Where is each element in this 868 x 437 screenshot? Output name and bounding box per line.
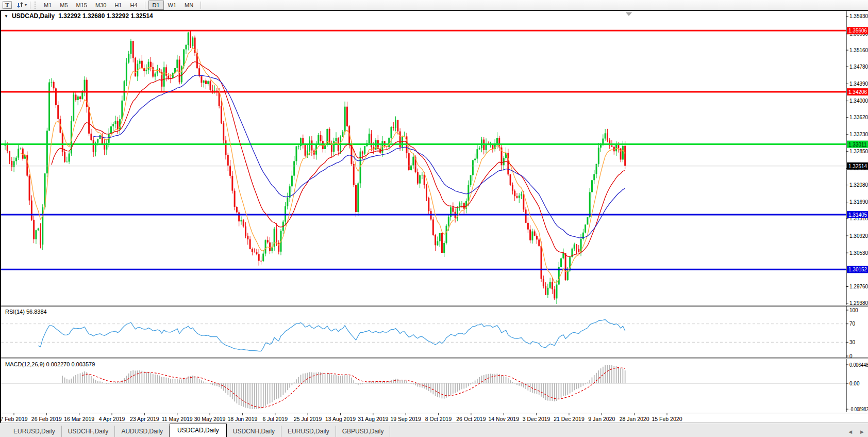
svg-text:1.33011: 1.33011: [848, 142, 867, 148]
tab-label: USDCNH,Daily: [233, 428, 275, 435]
svg-text:25 Jul 2019: 25 Jul 2019: [294, 416, 322, 422]
timeframe-m30[interactable]: M30: [91, 1, 110, 10]
svg-text:1.34206: 1.34206: [848, 89, 867, 95]
toolbar-drag-handle[interactable]: [35, 2, 38, 9]
toolbar-separator: [30, 2, 30, 9]
rsi-pane-canvas[interactable]: 10070300: [1, 306, 868, 358]
chevron-down-icon[interactable]: ▾: [25, 3, 27, 7]
svg-text:1.32850: 1.32850: [849, 149, 868, 154]
svg-text:18 Jun 2019: 18 Jun 2019: [228, 416, 258, 422]
svg-text:16 Mar 2019: 16 Mar 2019: [64, 416, 94, 422]
tab-gbpusd[interactable]: GBPUSD,Daily: [336, 426, 391, 437]
tab-audusd[interactable]: AUDUSD,Daily: [115, 426, 170, 437]
svg-text:7 Feb 2019: 7 Feb 2019: [1, 416, 28, 422]
moving-averages: [21, 48, 625, 283]
svg-text:21 Dec 2019: 21 Dec 2019: [554, 416, 585, 422]
svg-text:6 Jul 2019: 6 Jul 2019: [263, 416, 288, 422]
svg-text:1.35930: 1.35930: [849, 13, 868, 19]
arrange-tool-button[interactable]: ▾: [16, 2, 27, 8]
tab-usdcad[interactable]: USDCAD,Daily: [170, 424, 227, 437]
svg-text:1.34390: 1.34390: [849, 81, 868, 87]
tab-label: EURUSD,Daily: [13, 428, 55, 435]
main-chart-canvas[interactable]: 1.359301.355301.351601.347801.343901.340…: [1, 11, 868, 305]
timeframe-mn[interactable]: MN: [180, 1, 197, 10]
macd-histogram: [62, 365, 625, 409]
svg-text:1.32080: 1.32080: [849, 182, 868, 188]
tab-eurusd-2[interactable]: EURUSD,Daily: [281, 426, 336, 437]
svg-text:1.30152: 1.30152: [848, 267, 867, 272]
timeframe-m15[interactable]: M15: [72, 1, 91, 10]
svg-text:0.00: 0.00: [849, 381, 860, 386]
svg-text:1.34000: 1.34000: [849, 98, 868, 104]
svg-text:1.35160: 1.35160: [849, 47, 868, 53]
svg-text:0: 0: [849, 353, 853, 358]
svg-text:0.006448: 0.006448: [849, 362, 868, 368]
timeframe-h1[interactable]: H1: [110, 1, 126, 10]
tab-usdchf[interactable]: USDCHF,Daily: [62, 426, 115, 437]
tab-label: USDCHF,Daily: [68, 428, 109, 435]
svg-text:3 Dec 2019: 3 Dec 2019: [523, 416, 550, 422]
text-tool-button[interactable]: T: [3, 1, 12, 9]
svg-text:1.31690: 1.31690: [849, 199, 868, 205]
toolbar: T ▾ M1 M5 M15 M30 H1 H4 D1 W1 MN: [0, 0, 868, 10]
tab-scroll-right-icon[interactable]: ▶: [856, 426, 868, 437]
tab-label: USDCAD,Daily: [177, 427, 219, 434]
toolbar-separator: [145, 2, 145, 9]
svg-text:13 Aug 2019: 13 Aug 2019: [325, 416, 356, 422]
svg-text:-0.008982: -0.008982: [849, 407, 868, 412]
symbol-dropdown-icon[interactable]: ▼: [4, 14, 8, 19]
horizontal-level-lines: [1, 30, 846, 269]
svg-text:26 Feb 2019: 26 Feb 2019: [31, 416, 62, 422]
svg-text:1.35606: 1.35606: [848, 28, 867, 34]
price-axis-ticks: 1.359301.355301.351601.347801.343901.340…: [846, 13, 868, 305]
tab-label: EURUSD,Daily: [288, 428, 329, 435]
svg-text:1.33620: 1.33620: [849, 115, 868, 120]
arrange-windows-icon: [16, 2, 24, 8]
svg-text:1.32514: 1.32514: [848, 164, 867, 169]
timeframe-m5[interactable]: M5: [56, 1, 72, 10]
tab-label: GBPUSD,Daily: [342, 428, 384, 435]
time-axis[interactable]: 7 Feb 201926 Feb 201916 Mar 20194 Apr 20…: [1, 413, 868, 423]
svg-text:1.33230: 1.33230: [849, 132, 868, 137]
svg-text:11 May 2019: 11 May 2019: [162, 416, 193, 422]
tab-label: AUDUSD,Daily: [121, 428, 163, 435]
svg-text:1.30920: 1.30920: [849, 233, 868, 239]
svg-text:30 May 2019: 30 May 2019: [194, 416, 226, 422]
tab-scroll-left-icon[interactable]: ◀: [844, 426, 856, 437]
svg-text:1.30530: 1.30530: [849, 250, 868, 256]
svg-text:15 Feb 2020: 15 Feb 2020: [652, 416, 682, 422]
svg-text:1.29760: 1.29760: [849, 284, 868, 289]
timeframe-w1[interactable]: W1: [164, 1, 181, 10]
svg-text:1.34780: 1.34780: [849, 64, 868, 70]
svg-text:70: 70: [849, 321, 856, 327]
timeframe-m1[interactable]: M1: [40, 1, 56, 10]
macd-pane-canvas[interactable]: 0.0064480.00-0.008982: [1, 359, 868, 412]
rsi-line: [38, 320, 625, 351]
svg-text:28 Jan 2020: 28 Jan 2020: [620, 416, 649, 422]
svg-text:1.31405: 1.31405: [848, 212, 867, 218]
toolbar-separator: [201, 2, 201, 9]
tab-usdcnh[interactable]: USDCNH,Daily: [227, 426, 281, 437]
svg-text:19 Sep 2019: 19 Sep 2019: [390, 416, 421, 422]
svg-text:1.29380: 1.29380: [849, 300, 868, 305]
svg-text:30: 30: [849, 339, 856, 345]
chart-shift-marker: [626, 12, 632, 16]
svg-text:9 Jan 2020: 9 Jan 2020: [588, 416, 615, 422]
svg-text:26 Oct 2019: 26 Oct 2019: [456, 416, 486, 422]
svg-text:8 Oct 2019: 8 Oct 2019: [425, 416, 452, 422]
svg-text:23 Apr 2019: 23 Apr 2019: [130, 416, 159, 422]
chart-window: 1.359301.355301.351601.347801.343901.340…: [0, 10, 868, 423]
svg-text:4 Apr 2019: 4 Apr 2019: [99, 416, 125, 422]
svg-text:31 Aug 2019: 31 Aug 2019: [358, 416, 388, 422]
tab-eurusd-1[interactable]: EURUSD,Daily: [7, 426, 62, 437]
timeframe-h4[interactable]: H4: [126, 1, 141, 10]
svg-text:14 Nov 2019: 14 Nov 2019: [488, 416, 519, 422]
timeframe-d1[interactable]: D1: [148, 1, 164, 10]
chart-tab-bar: EURUSD,Daily USDCHF,Daily AUDUSD,Daily U…: [0, 423, 868, 437]
candles: [5, 31, 626, 304]
svg-text:100: 100: [849, 307, 858, 313]
